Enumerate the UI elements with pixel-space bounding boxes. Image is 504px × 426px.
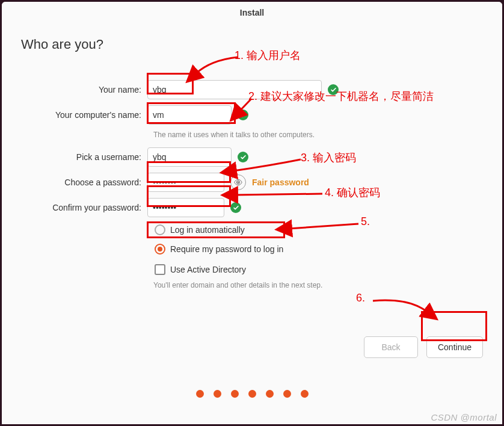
label-username: Pick a username: bbox=[21, 152, 147, 162]
radio-icon bbox=[155, 224, 165, 235]
back-button[interactable]: Back bbox=[364, 336, 418, 358]
username-input[interactable] bbox=[147, 147, 232, 167]
row-password: Choose a password: Fair password bbox=[21, 171, 483, 193]
computer-hint: The name it uses when it talks to other … bbox=[153, 131, 483, 139]
confirm-password-input[interactable] bbox=[147, 198, 224, 217]
window-title: Install bbox=[240, 8, 264, 17]
show-password-icon[interactable] bbox=[230, 174, 246, 190]
row-name: Your name: bbox=[21, 79, 483, 100]
page-title: Who are you? bbox=[21, 37, 483, 52]
dot bbox=[248, 390, 256, 398]
radio-label: Require my password to log in bbox=[170, 244, 283, 254]
row-username: Pick a username: bbox=[21, 146, 483, 168]
user-form: Your name: Your computer's name: The bbox=[21, 79, 483, 293]
check-icon bbox=[238, 110, 248, 120]
radio-login-auto[interactable]: Log in automatically bbox=[153, 222, 483, 238]
content-area: Who are you? Your name: Your computer's … bbox=[2, 23, 502, 424]
label-computer: Your computer's name: bbox=[21, 110, 147, 120]
dot bbox=[283, 390, 291, 398]
row-computer: Your computer's name: bbox=[21, 104, 483, 126]
install-window: Install Who are you? Your name: Your com… bbox=[2, 2, 502, 424]
password-input[interactable] bbox=[147, 173, 224, 192]
continue-button[interactable]: Continue bbox=[426, 336, 483, 358]
row-confirm: Confirm your password: bbox=[21, 197, 483, 218]
radio-icon bbox=[155, 244, 165, 255]
titlebar: Install bbox=[2, 2, 502, 23]
label-password: Choose a password: bbox=[21, 177, 147, 187]
computer-name-input[interactable] bbox=[147, 105, 232, 125]
radio-label: Log in automatically bbox=[170, 225, 245, 235]
dot bbox=[196, 390, 204, 398]
password-strength: Fair password bbox=[252, 177, 309, 187]
label-name: Your name: bbox=[21, 85, 147, 94]
check-icon bbox=[238, 152, 248, 162]
dot bbox=[231, 390, 239, 398]
svg-point-0 bbox=[238, 182, 239, 184]
checkbox-label: Use Active Directory bbox=[170, 265, 246, 274]
radio-require-password[interactable]: Require my password to log in bbox=[153, 241, 483, 257]
check-icon bbox=[230, 202, 241, 213]
ad-hint: You'll enter domain and other details in… bbox=[153, 281, 483, 289]
footer-buttons: Back Continue bbox=[364, 336, 483, 358]
progress-dots bbox=[2, 390, 502, 398]
dot bbox=[214, 390, 221, 398]
dot bbox=[301, 390, 309, 398]
check-icon bbox=[328, 84, 339, 95]
checkbox-active-directory[interactable]: Use Active Directory bbox=[153, 261, 483, 276]
name-input[interactable] bbox=[147, 80, 322, 99]
label-confirm: Confirm your password: bbox=[21, 203, 147, 212]
dot bbox=[266, 390, 274, 398]
checkbox-icon bbox=[155, 264, 165, 275]
